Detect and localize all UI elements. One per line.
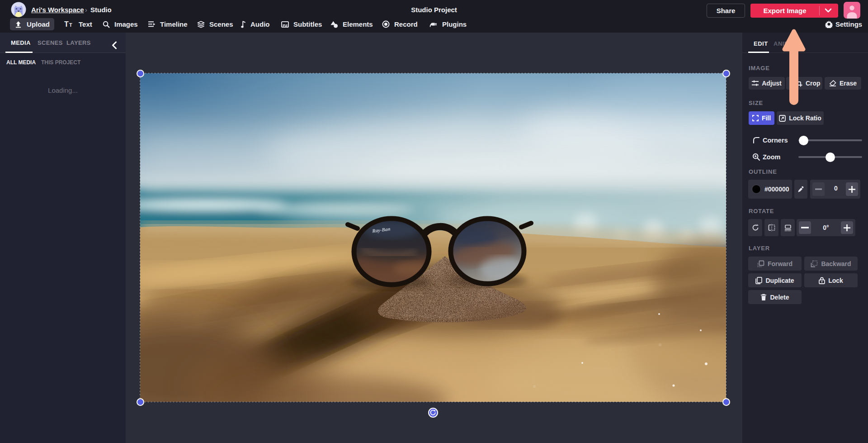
svg-text:T: T [64,20,69,28]
svg-text:T: T [69,22,72,28]
